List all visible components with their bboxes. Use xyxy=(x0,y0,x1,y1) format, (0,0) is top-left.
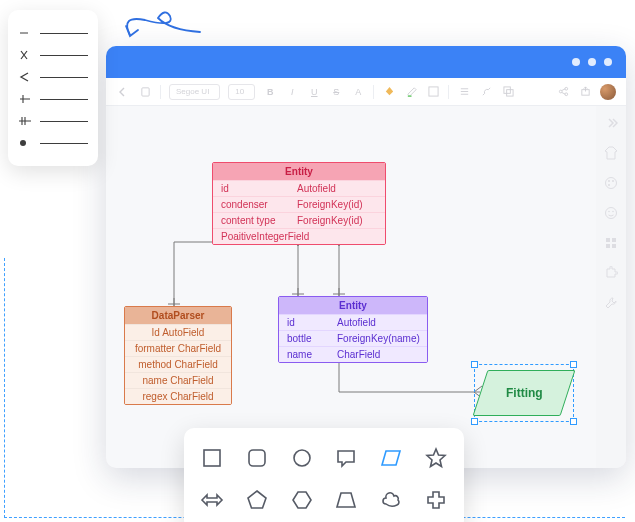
diagram-canvas[interactable]: Entity idAutofield condenserForeignKey(i… xyxy=(106,106,596,468)
shape-cloud[interactable] xyxy=(379,488,403,512)
palette-icon[interactable] xyxy=(604,176,618,190)
arrow-style-arrow[interactable] xyxy=(18,66,88,88)
shape-hexagon[interactable] xyxy=(290,488,314,512)
shape-square[interactable] xyxy=(200,446,224,470)
window-titlebar[interactable] xyxy=(106,46,626,78)
resize-handle-tl[interactable] xyxy=(471,361,478,368)
svg-point-0 xyxy=(20,140,26,146)
entity-table-purple[interactable]: Entity idAutofield bottleForeignKey(name… xyxy=(278,296,428,363)
resize-handle-tr[interactable] xyxy=(570,361,577,368)
window-control-close[interactable] xyxy=(604,58,612,66)
collapse-icon[interactable] xyxy=(604,116,618,130)
shape-pentagon[interactable] xyxy=(245,488,269,512)
fitting-node[interactable]: Fitting xyxy=(480,370,568,416)
editor-toolbar: Segoe UI 10 B I U S A xyxy=(106,78,626,106)
dash-icon xyxy=(18,26,32,40)
window-control-min[interactable] xyxy=(572,58,580,66)
underline-button[interactable]: U xyxy=(307,84,321,100)
svg-point-9 xyxy=(606,178,617,189)
layers-button[interactable] xyxy=(501,84,515,100)
font-size-select[interactable]: 10 xyxy=(228,84,255,100)
svg-rect-18 xyxy=(606,244,610,248)
arrow-style-dot[interactable] xyxy=(18,132,88,154)
svg-point-12 xyxy=(608,184,610,186)
shape-double-arrow[interactable] xyxy=(200,488,224,512)
entity-table-pink[interactable]: Entity idAutofield condenserForeignKey(i… xyxy=(212,162,386,245)
svg-point-14 xyxy=(608,211,610,213)
alignment-guide-vertical xyxy=(4,258,5,518)
entity-title: DataParser xyxy=(125,307,231,324)
svg-rect-17 xyxy=(612,238,616,242)
shape-cross[interactable] xyxy=(424,488,448,512)
svg-point-22 xyxy=(294,450,310,466)
window-control-max[interactable] xyxy=(588,58,596,66)
arrowhead-icon xyxy=(18,70,32,84)
shape-trapezoid[interactable] xyxy=(334,488,358,512)
svg-rect-1 xyxy=(141,88,148,96)
bold-button[interactable]: B xyxy=(263,84,277,100)
arrow-style-slider-double[interactable] xyxy=(18,110,88,132)
entity-title: Entity xyxy=(213,163,385,180)
clipboard-button[interactable] xyxy=(138,84,152,100)
shape-speech[interactable] xyxy=(334,446,358,470)
smile-icon[interactable] xyxy=(604,206,618,220)
undo-button[interactable] xyxy=(116,84,130,100)
scribble-arrow-icon xyxy=(120,10,210,50)
fill-color-button[interactable] xyxy=(382,84,396,100)
font-family-select[interactable]: Segoe UI xyxy=(169,84,220,100)
arrow-style-palette xyxy=(8,10,98,166)
grid-icon[interactable] xyxy=(604,236,618,250)
shape-picker-tray xyxy=(184,428,464,522)
browser-window: Segoe UI 10 B I U S A xyxy=(106,46,626,468)
shape-parallelogram[interactable] xyxy=(379,446,403,470)
right-sidebar xyxy=(596,106,626,468)
shape-circle[interactable] xyxy=(290,446,314,470)
svg-rect-20 xyxy=(204,450,220,466)
shape-star[interactable] xyxy=(424,446,448,470)
x-cross-icon xyxy=(18,48,32,62)
dot-filled-icon xyxy=(18,136,32,150)
svg-point-15 xyxy=(612,211,614,213)
svg-rect-21 xyxy=(249,450,265,466)
entity-title: Entity xyxy=(279,297,427,314)
shirt-icon[interactable] xyxy=(604,146,618,160)
align-button[interactable] xyxy=(457,84,471,100)
svg-point-10 xyxy=(608,180,610,182)
export-button[interactable] xyxy=(578,84,592,100)
entity-table-dataparser[interactable]: DataParser Id AutoField formatter CharFi… xyxy=(124,306,232,405)
svg-point-13 xyxy=(606,208,617,219)
tick-single-icon xyxy=(18,92,32,106)
svg-rect-16 xyxy=(606,238,610,242)
strike-button[interactable]: S xyxy=(329,84,343,100)
svg-rect-19 xyxy=(612,244,616,248)
wrench-icon[interactable] xyxy=(604,296,618,310)
italic-button[interactable]: I xyxy=(285,84,299,100)
shape-rounded-square[interactable] xyxy=(245,446,269,470)
arrow-style-slider-single[interactable] xyxy=(18,88,88,110)
user-avatar[interactable] xyxy=(600,84,616,100)
text-color-button[interactable]: A xyxy=(351,84,365,100)
highlight-button[interactable] xyxy=(404,84,418,100)
tick-double-icon xyxy=(18,114,32,128)
border-button[interactable] xyxy=(426,84,440,100)
arrow-style-x[interactable] xyxy=(18,44,88,66)
share-button[interactable] xyxy=(556,84,570,100)
puzzle-icon[interactable] xyxy=(604,266,618,280)
arrow-style-none[interactable] xyxy=(18,22,88,44)
link-button[interactable] xyxy=(479,84,493,100)
resize-handle-bl[interactable] xyxy=(471,418,478,425)
svg-point-11 xyxy=(612,180,614,182)
resize-handle-br[interactable] xyxy=(570,418,577,425)
fitting-label: Fitting xyxy=(506,386,543,400)
svg-rect-2 xyxy=(429,87,438,96)
